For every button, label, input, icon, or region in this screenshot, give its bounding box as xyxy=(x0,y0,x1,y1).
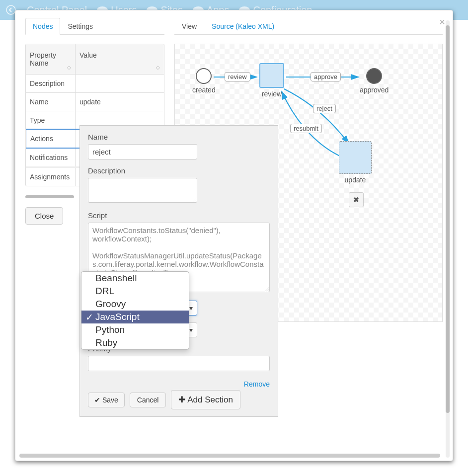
svg-point-0 xyxy=(6,5,15,14)
left-tabs: Nodes Settings xyxy=(25,18,164,20)
right-tabs: View Source (Kaleo XML) xyxy=(174,18,443,20)
left-panel: Nodes Settings Property Name◇ Value◇ Des… xyxy=(25,18,164,20)
tab-settings[interactable]: Settings xyxy=(60,18,100,20)
tab-source[interactable]: Source (Kaleo XML) xyxy=(204,18,282,20)
tab-nodes[interactable]: Nodes xyxy=(25,18,60,20)
modal: × Nodes Settings Property Name◇ Value◇ D… xyxy=(15,10,453,20)
right-panel: View Source (Kaleo XML) created re xyxy=(174,18,443,20)
tab-view[interactable]: View xyxy=(174,18,204,20)
